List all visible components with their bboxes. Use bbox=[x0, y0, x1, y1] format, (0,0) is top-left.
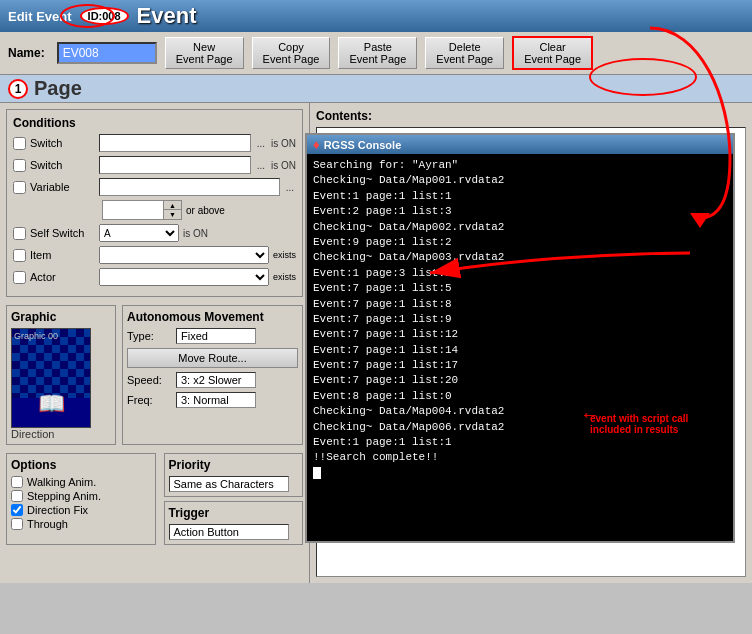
rgss-line-4: Checking~ Data/Map002.rvdata2 bbox=[313, 220, 727, 235]
trigger-title: Trigger bbox=[169, 506, 299, 520]
rgss-line-5: Event:9 page:1 list:2 bbox=[313, 235, 727, 250]
self-switch-status: is ON bbox=[183, 228, 208, 239]
actor-label: Actor bbox=[30, 271, 95, 283]
rgss-line-11: Event:7 page:1 list:12 bbox=[313, 327, 727, 342]
actor-exists: exists bbox=[273, 272, 296, 282]
rgss-ruby-icon: ♦ bbox=[313, 137, 320, 152]
graphic-preview[interactable]: 📖 Graphic 00 bbox=[11, 328, 91, 428]
rgss-line-1: Checking~ Data/Map001.rvdata2 bbox=[313, 173, 727, 188]
graphic-section: Graphic 📖 Graphic 00 Direction bbox=[6, 305, 116, 445]
rgss-line-16: Checking~ Data/Map004.rvdata2 bbox=[313, 404, 727, 419]
switch1-input[interactable] bbox=[99, 134, 251, 152]
through-label: Through bbox=[27, 518, 68, 530]
options-section: Options Walking Anim. Stepping Anim. Dir… bbox=[6, 453, 156, 545]
self-switch-select[interactable]: ABCD bbox=[99, 224, 179, 242]
new-event-page-button[interactable]: NewEvent Page bbox=[165, 37, 244, 69]
self-switch-row: Self Switch ABCD is ON bbox=[13, 224, 296, 242]
conditions-title: Conditions bbox=[13, 116, 296, 130]
item-exists: exists bbox=[273, 250, 296, 260]
spinner-up-button[interactable]: ▲ bbox=[164, 201, 181, 210]
speed-value: 3: x2 Slower bbox=[176, 372, 256, 388]
trigger-value: Action Button bbox=[169, 524, 289, 540]
rgss-line-7: Event:1 page:3 list:1 bbox=[313, 266, 727, 281]
rgss-console: ♦ RGSS Console Searching for: "Ayran"Che… bbox=[305, 133, 735, 543]
through-row: Through bbox=[11, 518, 151, 530]
item-checkbox[interactable] bbox=[13, 249, 26, 262]
type-row: Type: Fixed bbox=[127, 328, 298, 344]
trigger-section: Trigger Action Button bbox=[164, 501, 304, 545]
freq-row: Freq: 3: Normal bbox=[127, 392, 298, 408]
left-panel: Conditions Switch ... is ON Switch ... i… bbox=[0, 103, 310, 583]
switch1-dots: ... bbox=[257, 138, 265, 149]
freq-label: Freq: bbox=[127, 394, 172, 406]
rgss-line-13: Event:7 page:1 list:17 bbox=[313, 358, 727, 373]
rgss-line-2: Event:1 page:1 list:1 bbox=[313, 189, 727, 204]
walking-anim-label: Walking Anim. bbox=[27, 476, 96, 488]
page-title: Page bbox=[34, 77, 82, 100]
type-label: Type: bbox=[127, 330, 172, 342]
switch2-checkbox[interactable] bbox=[13, 159, 26, 172]
event-id-circle bbox=[60, 4, 115, 28]
type-value: Fixed bbox=[176, 328, 256, 344]
stepping-anim-row: Stepping Anim. bbox=[11, 490, 151, 502]
move-route-button[interactable]: Move Route... bbox=[127, 348, 298, 368]
rgss-title-bar: ♦ RGSS Console bbox=[307, 135, 733, 154]
variable-row: Variable ... bbox=[13, 178, 296, 196]
stepping-anim-checkbox[interactable] bbox=[11, 490, 23, 502]
variable-spinner: ▲ ▼ bbox=[102, 200, 182, 220]
through-checkbox[interactable] bbox=[11, 518, 23, 530]
name-label: Name: bbox=[8, 46, 45, 60]
direction-fix-label: Direction Fix bbox=[27, 504, 88, 516]
item-select[interactable] bbox=[99, 246, 269, 264]
walking-anim-checkbox[interactable] bbox=[11, 476, 23, 488]
speed-label: Speed: bbox=[127, 374, 172, 386]
variable-spinner-input[interactable] bbox=[103, 201, 163, 219]
self-switch-label: Self Switch bbox=[30, 227, 95, 239]
priority-value: Same as Characters bbox=[169, 476, 289, 492]
item-label: Item bbox=[30, 249, 95, 261]
switch1-label: Switch bbox=[30, 137, 95, 149]
title-event-text: Event bbox=[137, 3, 197, 29]
copy-event-page-button[interactable]: CopyEvent Page bbox=[252, 37, 331, 69]
direction-fix-checkbox[interactable] bbox=[11, 504, 23, 516]
self-switch-checkbox[interactable] bbox=[13, 227, 26, 240]
delete-event-page-button[interactable]: DeleteEvent Page bbox=[425, 37, 504, 69]
switch1-checkbox[interactable] bbox=[13, 137, 26, 150]
spinner-down-button[interactable]: ▼ bbox=[164, 210, 181, 219]
variable-input[interactable] bbox=[99, 178, 280, 196]
switch2-row: Switch ... is ON bbox=[13, 156, 296, 174]
rgss-line-18: Event:1 page:1 list:1 bbox=[313, 435, 727, 450]
rgss-line-17: Checking~ Data/Map006.rvdata2 bbox=[313, 420, 727, 435]
rgss-line-12: Event:7 page:1 list:14 bbox=[313, 343, 727, 358]
stepping-anim-label: Stepping Anim. bbox=[27, 490, 101, 502]
rgss-title-text: RGSS Console bbox=[324, 139, 402, 151]
rgss-line-9: Event:7 page:1 list:8 bbox=[313, 297, 727, 312]
autonomous-movement-section: Autonomous Movement Type: Fixed Move Rou… bbox=[122, 305, 303, 445]
switch1-row: Switch ... is ON bbox=[13, 134, 296, 152]
clear-event-page-button[interactable]: ClearEvent Page bbox=[512, 36, 593, 70]
priority-section: Priority Same as Characters bbox=[164, 453, 304, 497]
direction-fix-row: Direction Fix bbox=[11, 504, 151, 516]
paste-event-page-button[interactable]: PasteEvent Page bbox=[338, 37, 417, 69]
page-number-badge: 1 bbox=[8, 79, 28, 99]
actor-checkbox[interactable] bbox=[13, 271, 26, 284]
rgss-line-8: Event:7 page:1 list:5 bbox=[313, 281, 727, 296]
walking-anim-row: Walking Anim. bbox=[11, 476, 151, 488]
speed-row: Speed: 3: x2 Slower bbox=[127, 372, 298, 388]
item-row: Item exists bbox=[13, 246, 296, 264]
freq-value: 3: Normal bbox=[176, 392, 256, 408]
variable-label: Variable bbox=[30, 181, 95, 193]
name-input[interactable] bbox=[57, 42, 157, 64]
rgss-content[interactable]: Searching for: "Ayran"Checking~ Data/Map… bbox=[307, 154, 733, 538]
conditions-section: Conditions Switch ... is ON Switch ... i… bbox=[6, 109, 303, 297]
rgss-line-19: !!Search complete!! bbox=[313, 450, 727, 465]
options-title: Options bbox=[11, 458, 151, 472]
variable-checkbox[interactable] bbox=[13, 181, 26, 194]
switch2-label: Switch bbox=[30, 159, 95, 171]
rgss-line-10: Event:7 page:1 list:9 bbox=[313, 312, 727, 327]
rgss-line-3: Event:2 page:1 list:3 bbox=[313, 204, 727, 219]
actor-select[interactable] bbox=[99, 268, 269, 286]
movement-title: Autonomous Movement bbox=[127, 310, 298, 324]
rgss-line-15: Event:8 page:1 list:0 bbox=[313, 389, 727, 404]
switch2-input[interactable] bbox=[99, 156, 251, 174]
